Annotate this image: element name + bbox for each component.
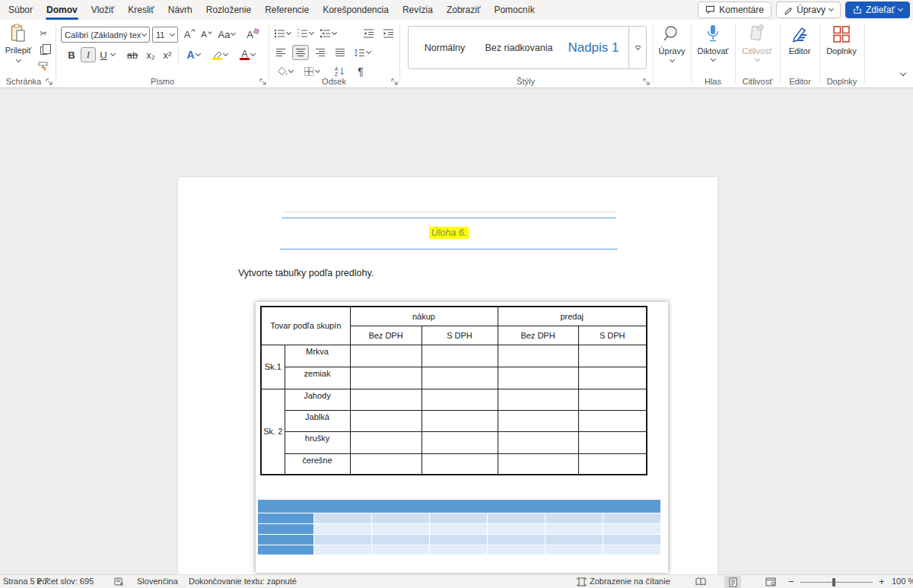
change-case-button[interactable]: Aa <box>216 27 237 42</box>
shrink-font-button[interactable]: A <box>199 27 214 42</box>
table-row <box>258 500 661 513</box>
underline-button[interactable]: U <box>97 47 117 62</box>
tab-pomocnik[interactable]: Pomocník <box>487 0 541 20</box>
align-left-button[interactable] <box>272 45 289 60</box>
bold-button[interactable]: B <box>64 47 79 62</box>
subscript-button[interactable]: x₂ <box>143 47 158 62</box>
chevron-down-icon <box>223 51 228 56</box>
zoom-out-icon[interactable]: − <box>788 576 794 587</box>
tab-navrh[interactable]: Návrh <box>161 0 199 20</box>
empty-cell <box>578 410 647 431</box>
style-normalny[interactable]: Normálny <box>409 27 481 68</box>
group-separator <box>864 24 865 82</box>
tab-kreslit[interactable]: Kresliť <box>121 0 161 20</box>
view-read-mode-button[interactable] <box>692 576 709 588</box>
table-row: Jablká <box>261 410 647 431</box>
font-color-button[interactable]: A <box>236 47 259 62</box>
tab-vlozit[interactable]: Vložiť <box>84 0 122 20</box>
align-center-button[interactable] <box>292 45 309 60</box>
chevron-down-icon <box>669 57 674 62</box>
tables-picture[interactable]: Tovar podľa skupín nákup predaj Bez DPH … <box>256 302 668 573</box>
tab-zobrazit[interactable]: Zobraziť <box>440 0 488 20</box>
band-cell <box>603 524 661 535</box>
increase-indent-button[interactable] <box>380 26 396 41</box>
italic-button[interactable]: I <box>81 47 96 62</box>
multilevel-list-icon <box>320 28 331 39</box>
tab-rozlozenie[interactable]: Rozloženie <box>199 0 258 20</box>
editing-button[interactable]: Úpravy <box>654 24 689 62</box>
paint-bucket-icon <box>277 66 288 77</box>
multilevel-list-button[interactable] <box>318 26 338 41</box>
band-cell <box>372 524 430 535</box>
paragraph-dialog-launcher[interactable] <box>391 78 398 85</box>
styles-gallery-more-button[interactable] <box>628 27 646 68</box>
collapse-ribbon-icon[interactable] <box>900 70 906 76</box>
numbering-button[interactable] <box>295 26 315 41</box>
band-cell <box>546 535 603 545</box>
band-cell <box>488 535 546 545</box>
blue-header-cell <box>258 500 661 513</box>
language-indicator[interactable]: Slovenčina <box>137 577 178 586</box>
clear-formatting-button[interactable]: A <box>243 27 262 42</box>
style-nadpis-1[interactable]: Nadpis 1 <box>557 27 630 68</box>
align-right-button[interactable] <box>312 45 329 60</box>
grow-font-button[interactable]: A <box>182 27 197 42</box>
group-separator <box>56 24 56 82</box>
zoom-in-icon[interactable]: + <box>879 576 885 587</box>
empty-cell <box>498 410 578 431</box>
caret-up-icon <box>191 29 196 33</box>
styles-dialog-launcher[interactable] <box>643 78 650 85</box>
table-row <box>258 513 661 524</box>
font-dialog-launcher[interactable] <box>259 78 266 85</box>
style-bez-riadkovania[interactable]: Bez riadkovania <box>481 27 557 68</box>
share-button[interactable]: Zdieľať <box>845 2 910 18</box>
chevron-down-icon <box>314 68 320 73</box>
format-painter-button[interactable] <box>37 59 50 75</box>
line-spacing-icon <box>354 48 365 58</box>
bullets-button[interactable] <box>272 26 292 41</box>
tab-domov[interactable]: Domov <box>40 0 84 20</box>
font-size-combobox[interactable]: 11 <box>152 27 178 43</box>
tab-korespondencia[interactable]: Korešpondencia <box>316 0 396 20</box>
tab-subor[interactable]: Súbor <box>2 0 40 20</box>
view-print-layout-button[interactable] <box>724 576 741 588</box>
autocomplete-indicator[interactable]: Dokončovanie textu: zapnuté <box>189 577 297 586</box>
comments-button[interactable]: Komentáre <box>698 2 771 18</box>
empty-cell <box>350 453 422 475</box>
paste-button[interactable]: Prilepiť <box>4 24 33 62</box>
decrease-indent-button[interactable] <box>361 26 376 41</box>
zoom-slider-track[interactable] <box>800 582 873 583</box>
band-cell <box>546 513 603 524</box>
copy-button[interactable] <box>37 43 50 58</box>
view-web-layout-button[interactable] <box>762 576 779 588</box>
superscript-button[interactable]: x² <box>160 47 175 62</box>
scissors-icon: ✂ <box>40 28 47 39</box>
band-cell <box>546 545 603 555</box>
line-spacing-button[interactable] <box>352 45 373 60</box>
word-count[interactable]: Počet slov: 695 <box>37 577 94 586</box>
tab-referencie[interactable]: Referencie <box>258 0 316 20</box>
read-view-button[interactable]: Zobrazenie na čítanie <box>590 577 670 586</box>
justify-button[interactable] <box>332 45 348 60</box>
band-cell <box>372 545 430 555</box>
sell-header-cell: predaj <box>498 307 647 326</box>
highlight-color-button[interactable] <box>208 47 231 62</box>
editing-mode-button[interactable]: Úpravy <box>776 2 841 18</box>
tab-revizia[interactable]: Revízia <box>396 0 440 20</box>
zoom-slider-handle[interactable] <box>832 578 835 586</box>
empty-cell <box>578 453 647 475</box>
clipboard-dialog-launcher[interactable] <box>46 78 52 85</box>
clipboard-icon <box>11 24 26 43</box>
addins-grid-icon <box>832 24 851 44</box>
status-bar: Strana 5 z 7 Počet slov: 695 Slovenčina … <box>0 574 913 588</box>
cut-button[interactable]: ✂ <box>37 26 50 41</box>
addins-button[interactable]: Doplnky <box>822 24 861 56</box>
font-name-combobox[interactable]: Calibri (Základný tex <box>61 27 150 43</box>
proofing-icon[interactable] <box>114 577 124 586</box>
chevron-down-icon <box>898 6 903 11</box>
editor-button[interactable]: Editor <box>781 24 818 56</box>
text-effects-button[interactable]: A <box>183 47 204 62</box>
dictate-button[interactable]: Diktovať <box>694 24 732 61</box>
strikethrough-button[interactable]: ab <box>123 47 142 62</box>
zoom-level[interactable]: 100 % <box>892 577 913 586</box>
